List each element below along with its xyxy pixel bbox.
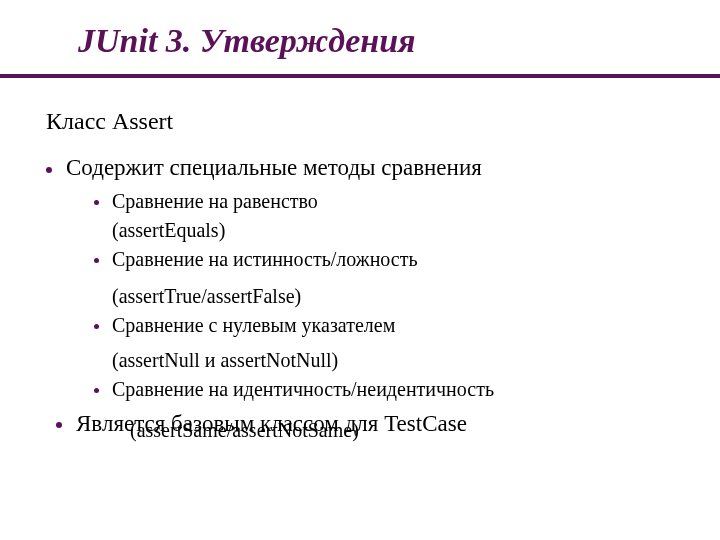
method-text: (assertSame/assertNotSame)	[130, 418, 359, 443]
method-text: (assertNull и assertNotNull)	[112, 348, 674, 373]
overlap-group: Является базовым классом для TestCase (a…	[46, 410, 674, 440]
method-text: (assertEquals)	[112, 218, 674, 243]
slide-title: JUnit 3. Утверждения	[0, 0, 720, 60]
bullet-text: Сравнение с нулевым указателем	[112, 314, 395, 336]
list-item: Сравнение на идентичность/неидентичность	[94, 377, 674, 402]
list-item: Содержит специальные методы сравнения Ср…	[46, 154, 674, 402]
method-text: (assertTrue/assertFalse)	[112, 284, 674, 309]
slide: JUnit 3. Утверждения Класс Assert Содерж…	[0, 0, 720, 540]
slide-body: Класс Assert Содержит специальные методы…	[0, 78, 720, 440]
bullet-text: Сравнение на равенство	[112, 190, 318, 212]
bullet-text: Сравнение на истинность/ложность	[112, 248, 418, 270]
section-subtitle: Класс Assert	[46, 106, 674, 136]
bullet-list-level2: Сравнение на равенство (assertEquals) Ср…	[66, 189, 674, 402]
list-item: Сравнение на истинность/ложность (assert…	[94, 247, 674, 309]
bullet-text: Сравнение на идентичность/неидентичность	[112, 378, 494, 400]
bullet-text: Содержит специальные методы сравнения	[66, 155, 482, 180]
bullet-list-level1: Содержит специальные методы сравнения Ср…	[46, 154, 674, 402]
list-item: Сравнение на равенство (assertEquals)	[94, 189, 674, 243]
list-item: Сравнение с нулевым указателем (assertNu…	[94, 313, 674, 373]
